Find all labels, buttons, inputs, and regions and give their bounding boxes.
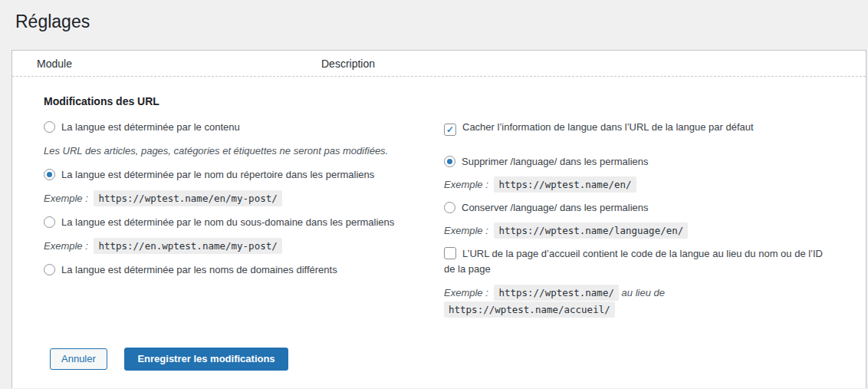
homepage-code-example: Exemple : https://wptest.name/ au lieu d… <box>444 285 835 318</box>
radio-label: La langue est déterminée par les noms de… <box>61 264 337 275</box>
example-label: Exemple : <box>444 225 488 236</box>
radio-icon[interactable] <box>444 202 455 213</box>
subdomain-example: Exemple : https://en.wptest.name/my-post… <box>44 239 444 254</box>
example-url: https://wptest.name/en/ <box>494 176 636 193</box>
checkbox-label: L’URL de la page d’accueil contient le c… <box>444 248 823 275</box>
example-label: Exemple : <box>44 240 88 252</box>
example-url: https://en.wptest.name/my-post/ <box>94 238 281 254</box>
radio-option-directory-mode[interactable]: La langue est déterminée par le nom du r… <box>44 167 444 183</box>
checkbox-checked-icon[interactable]: ✓ <box>444 124 456 136</box>
radio-label: Conserver /language/ dans les permaliens <box>462 202 649 213</box>
remove-language-example: Exemple : https://wptest.name/en/ <box>444 177 835 193</box>
content-mode-note: Les URL des articles, pages, catégories … <box>44 143 444 159</box>
example-label: Exemple : <box>444 287 488 298</box>
radio-icon[interactable] <box>44 121 55 133</box>
url-details-column: ✓Cacher l’information de langue dans l’U… <box>444 95 835 326</box>
example-url: https://wptest.name/ <box>494 285 619 301</box>
column-header-description[interactable]: Description <box>321 51 375 77</box>
checkbox-hide-default-language[interactable]: ✓Cacher l’information de langue dans l’U… <box>444 120 835 136</box>
example-label: Exemple : <box>44 193 88 204</box>
directory-example: Exemple : https://wptest.name/en/my-post… <box>44 191 444 206</box>
radio-label: La langue est déterminée par le nom du r… <box>61 169 374 180</box>
radio-option-keep-language-slug[interactable]: Conserver /language/ dans les permaliens <box>444 200 835 216</box>
example-middle-text: au lieu de <box>622 287 665 298</box>
radio-checked-icon[interactable] <box>444 156 455 167</box>
radio-option-domains-mode[interactable]: La langue est déterminée par les noms de… <box>44 262 444 278</box>
radio-option-content-mode[interactable]: La langue est déterminée par le contenu <box>44 120 444 135</box>
radio-label: La langue est déterminée par le contenu <box>61 121 240 133</box>
keep-language-example: Exemple : https://wptest.name/language/e… <box>444 223 835 239</box>
table-header-row: Module Description <box>12 51 866 77</box>
radio-checked-icon[interactable] <box>44 169 55 180</box>
radio-label: Supprimer /language/ dans les permaliens <box>462 156 649 167</box>
form-actions: Annuler Enregistrer les modifications <box>50 348 835 371</box>
column-header-module[interactable]: Module <box>37 51 72 77</box>
checkmark-icon: ✓ <box>446 124 454 135</box>
url-mode-column: Modifications des URL La langue est déte… <box>44 95 444 286</box>
checkbox-label: Cacher l’information de langue dans l’UR… <box>462 121 754 133</box>
radio-option-remove-language-slug[interactable]: Supprimer /language/ dans les permaliens <box>444 154 835 170</box>
example-label: Exemple : <box>444 179 488 190</box>
cancel-button[interactable]: Annuler <box>50 348 107 370</box>
settings-table-panel: Module Description Modifications des URL… <box>12 50 866 388</box>
page-title: Réglages <box>0 0 868 33</box>
example-url-alt: https://wptest.name/accueil/ <box>444 302 615 318</box>
url-modifications-module: Modifications des URL La langue est déte… <box>12 77 866 371</box>
radio-icon[interactable] <box>44 216 55 228</box>
checkbox-homepage-language-code[interactable]: L’URL de la page d’accueil contient le c… <box>444 246 835 277</box>
example-url: https://wptest.name/language/en/ <box>494 223 688 239</box>
section-heading: Modifications des URL <box>44 95 444 107</box>
checkbox-unchecked-icon[interactable] <box>444 247 456 259</box>
example-url: https://wptest.name/en/my-post/ <box>94 190 281 206</box>
save-changes-button[interactable]: Enregistrer les modifications <box>124 348 288 371</box>
radio-icon[interactable] <box>44 264 55 275</box>
radio-option-subdomain-mode[interactable]: La langue est déterminée par le nom du s… <box>44 215 444 230</box>
radio-label: La langue est déterminée par le nom du s… <box>61 216 394 228</box>
